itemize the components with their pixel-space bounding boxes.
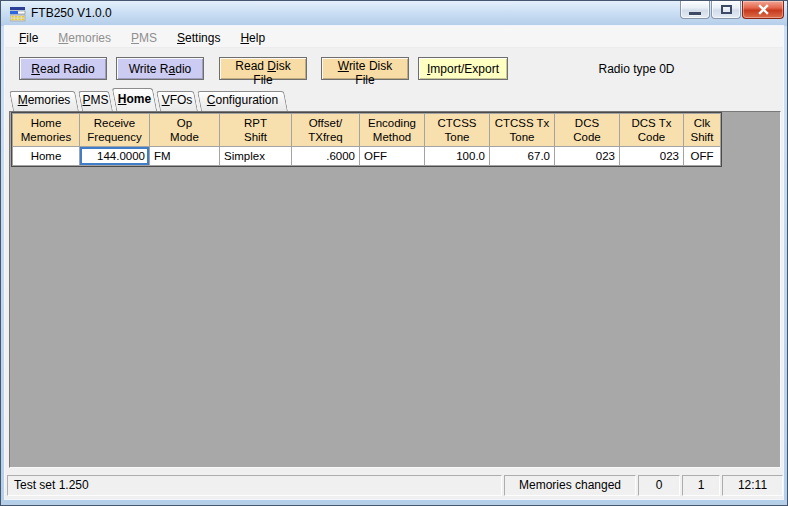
status-panel-1: 1 (682, 475, 720, 496)
cell-dcs-code[interactable]: 023 (555, 147, 620, 166)
close-icon (757, 4, 770, 15)
cell-offset-txfreq[interactable]: .6000 (292, 147, 360, 166)
tab-pms[interactable]: PMS (80, 91, 111, 111)
column-header-ctcss-tx-tone: CTCSS Tx Tone (490, 114, 555, 147)
menu-item-pms: PMS (123, 29, 165, 47)
status-bar: Test set 1.250Memories changed0112:11 (7, 475, 784, 496)
table-row: Home144.0000FMSimplex.6000OFF100.067.002… (13, 147, 721, 166)
status-panel-memories-changed: Memories changed (504, 475, 636, 496)
column-header-home-memories: Home Memories (13, 114, 80, 147)
column-header-ctcss-tone: CTCSS Tone (425, 114, 490, 147)
cell-receive-frequency[interactable]: 144.0000 (80, 147, 150, 166)
maximize-button[interactable] (711, 1, 741, 19)
app-icon[interactable] (10, 6, 26, 22)
cell-encoding-method[interactable]: OFF (360, 147, 425, 166)
tab-strip: MemoriesPMSHomeVFOsConfiguration (5, 88, 783, 111)
close-button[interactable] (742, 1, 784, 19)
tab-label-vfos: VFOs (162, 93, 193, 107)
cell-op-mode[interactable]: FM (150, 147, 220, 166)
column-header-receive-frequency: Receive Frequency (80, 114, 150, 147)
column-header-dcs-code: DCS Code (555, 114, 620, 147)
cell-clk-shift[interactable]: OFF (684, 147, 721, 166)
column-header-rpt-shift: RPT Shift (220, 114, 292, 147)
window-controls (680, 1, 784, 19)
read-radio-button[interactable]: Read Radio (19, 57, 107, 80)
tab-label-home: Home (118, 92, 151, 106)
menu-bar: FileMemoriesPMSSettingsHelp (5, 26, 783, 48)
column-header-clk-shift: Clk Shift (684, 114, 721, 147)
cell-home-memories[interactable]: Home (13, 147, 80, 166)
cell-ctcss-tone[interactable]: 100.0 (425, 147, 490, 166)
status-panel-test-set-1-250: Test set 1.250 (7, 475, 502, 496)
minimize-button[interactable] (680, 1, 710, 19)
write-disk-file-button[interactable]: Write Disk File (321, 57, 409, 80)
cell-dcs-tx-code[interactable]: 023 (620, 147, 684, 166)
status-panel-12-11: 12:11 (722, 475, 783, 496)
status-panel-0: 0 (638, 475, 680, 496)
window-title: FTB250 V1.0.0 (31, 1, 112, 26)
tab-configuration[interactable]: Configuration (199, 91, 286, 111)
cell-rpt-shift[interactable]: Simplex (220, 147, 292, 166)
radio-memory-icon (10, 6, 26, 22)
tab-memories[interactable]: Memories (11, 91, 77, 111)
title-bar[interactable]: FTB250 V1.0.0 (1, 1, 787, 26)
minimize-icon (689, 12, 701, 15)
tab-page-home: Home MemoriesReceive FrequencyOp ModeRPT… (9, 111, 781, 468)
import-export-button[interactable]: Import/Export (418, 57, 508, 80)
radio-type-label: Radio type 0D (559, 62, 714, 76)
tab-label-memories: Memories (18, 93, 71, 107)
tab-label-configuration: Configuration (207, 93, 278, 107)
write-radio-button[interactable]: Write Radio (116, 57, 204, 80)
menu-item-file[interactable]: File (11, 29, 46, 47)
column-header-dcs-tx-code: DCS Tx Code (620, 114, 684, 147)
tab-home[interactable]: Home (114, 88, 155, 111)
memory-grid-table: Home MemoriesReceive FrequencyOp ModeRPT… (12, 113, 721, 166)
menu-item-help[interactable]: Help (232, 29, 273, 47)
header-row: Home MemoriesReceive FrequencyOp ModeRPT… (13, 114, 721, 147)
app-window: FTB250 V1.0.0 FileMemoriesPMSSettingsHel… (0, 0, 788, 506)
read-disk-file-button[interactable]: Read Disk File (219, 57, 307, 80)
cell-ctcss-tx-tone[interactable]: 67.0 (490, 147, 555, 166)
tab-vfos[interactable]: VFOs (158, 91, 196, 111)
menu-item-settings[interactable]: Settings (169, 29, 228, 47)
tab-label-pms: PMS (82, 93, 108, 107)
column-header-op-mode: Op Mode (150, 114, 220, 147)
column-header-offset-txfreq: Offset/ TXfreq (292, 114, 360, 147)
memory-grid: Home MemoriesReceive FrequencyOp ModeRPT… (11, 112, 722, 167)
maximize-icon (721, 5, 732, 14)
column-header-encoding-method: Encoding Method (360, 114, 425, 147)
menu-item-memories: Memories (50, 29, 119, 47)
